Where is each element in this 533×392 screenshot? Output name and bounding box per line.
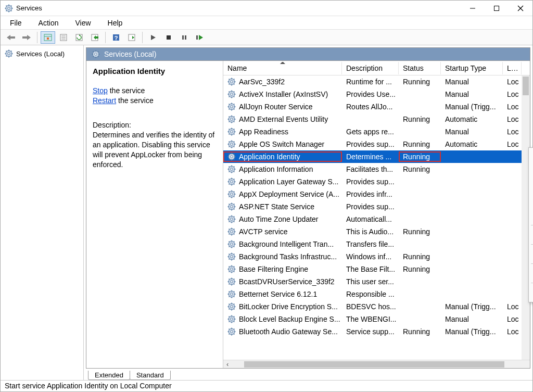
column-logon-as[interactable]: Log xyxy=(503,62,522,74)
context-menu: Start Stop Pause Resume Restart All Task… xyxy=(528,147,533,302)
tab-extended[interactable]: Extended xyxy=(88,371,130,380)
service-icon xyxy=(227,215,236,223)
tree-node-services-local[interactable]: Services (Local) xyxy=(1,47,83,60)
horizontal-scrollbar[interactable]: ‹ xyxy=(223,360,530,368)
service-name-text: Application Information xyxy=(239,165,313,173)
service-name-text: Base Filtering Engine xyxy=(239,265,308,273)
cell-status: Running xyxy=(399,164,441,174)
cell-logon xyxy=(503,256,522,258)
ctx-pause[interactable]: Pause xyxy=(529,179,533,194)
service-row[interactable]: App ReadinessGets apps re...ManualLoc xyxy=(223,125,530,138)
service-row[interactable]: AVCTP serviceThis is Audio...Running xyxy=(223,225,530,238)
service-row[interactable]: Betternet Service 6.12.1Responsible ... xyxy=(223,288,530,300)
cell-name: BitLocker Drive Encryption S... xyxy=(223,301,342,312)
restart-service-button[interactable] xyxy=(193,31,207,44)
cell-description: Windows inf... xyxy=(342,251,399,262)
export-button[interactable] xyxy=(87,31,102,44)
service-row[interactable]: BcastDVRUserService_339f2This user ser..… xyxy=(223,275,530,288)
column-status[interactable]: Status xyxy=(399,62,441,74)
cell-startup: Manual (Trigg... xyxy=(441,301,503,312)
service-row[interactable]: AMD External Events UtilityRunningAutoma… xyxy=(223,113,530,125)
service-name-text: Application Layer Gateway S... xyxy=(239,178,338,186)
forward-button[interactable] xyxy=(19,31,34,44)
service-row[interactable]: AllJoyn Router ServiceRoutes AllJo...Man… xyxy=(223,100,530,113)
refresh-button[interactable] xyxy=(72,31,86,44)
service-row[interactable]: Base Filtering EngineThe Base Filt...Run… xyxy=(223,263,530,275)
help-button[interactable]: ? xyxy=(109,31,123,44)
ctx-restart[interactable]: Restart xyxy=(529,208,533,223)
ctx-start[interactable]: Start xyxy=(529,150,533,165)
service-icon xyxy=(227,290,236,298)
svg-rect-18 xyxy=(47,37,49,40)
properties-button[interactable] xyxy=(56,31,71,44)
service-row[interactable]: Background Tasks Infrastruc...Windows in… xyxy=(223,250,530,263)
service-row[interactable]: BitLocker Drive Encryption S...BDESVC ho… xyxy=(223,300,530,313)
ctx-help[interactable]: Help xyxy=(529,285,533,300)
service-icon xyxy=(227,315,236,323)
menu-file[interactable]: File xyxy=(7,18,25,28)
stop-suffix: the service xyxy=(108,86,145,95)
window-title: Services xyxy=(16,4,461,12)
ctx-stop[interactable]: Stop xyxy=(529,165,533,179)
service-row[interactable]: Application InformationFacilitates th...… xyxy=(223,163,530,175)
column-name[interactable]: Name xyxy=(223,62,342,74)
cell-startup xyxy=(441,218,503,220)
cell-name: App Readiness xyxy=(223,127,342,137)
cell-status xyxy=(399,293,441,295)
menu-action[interactable]: Action xyxy=(35,18,62,28)
show-hide-tree-button[interactable] xyxy=(41,31,55,44)
pause-service-button[interactable] xyxy=(177,31,192,44)
service-row[interactable]: AarSvc_339f2Runtime for ...RunningManual… xyxy=(223,75,530,88)
cell-logon: Loc xyxy=(503,326,522,337)
cell-name: AVCTP service xyxy=(223,226,342,237)
service-row[interactable]: ASP.NET State ServiceProvides sup... xyxy=(223,200,530,213)
cell-name: AllJoyn Router Service xyxy=(223,102,342,112)
service-row[interactable]: Bluetooth Audio Gateway Se...Service sup… xyxy=(223,325,530,338)
ctx-properties[interactable]: Properties xyxy=(529,266,533,281)
service-row[interactable]: Application Layer Gateway S...Provides s… xyxy=(223,175,530,188)
cell-startup xyxy=(441,181,503,183)
cell-status: Running xyxy=(399,139,441,149)
service-icon xyxy=(227,115,236,123)
menu-help[interactable]: Help xyxy=(105,18,126,28)
back-button[interactable] xyxy=(4,31,18,44)
column-startup-type[interactable]: Startup Type xyxy=(441,62,503,74)
minimize-button[interactable] xyxy=(461,1,485,16)
stop-service-link[interactable]: Stop xyxy=(93,86,108,95)
menu-view[interactable]: View xyxy=(72,18,94,28)
service-name-text: AppX Deployment Service (A... xyxy=(239,190,339,198)
start-service-button[interactable] xyxy=(146,31,160,44)
cell-name: ASP.NET State Service xyxy=(223,201,342,212)
ctx-all-tasks[interactable]: All Tasks xyxy=(529,227,533,242)
service-row[interactable]: Background Intelligent Tran...Transfers … xyxy=(223,238,530,250)
service-row[interactable]: Application IdentityDetermines ...Runnin… xyxy=(223,150,530,163)
ctx-resume[interactable]: Resume xyxy=(529,194,533,208)
cell-status xyxy=(399,306,441,308)
column-description[interactable]: Description xyxy=(342,62,399,74)
restart-suffix: the service xyxy=(116,96,154,105)
action-button[interactable] xyxy=(124,31,139,44)
service-row[interactable]: Apple OS Switch ManagerProvides sup...Ru… xyxy=(223,138,530,150)
cell-name: AMD External Events Utility xyxy=(223,114,342,124)
cell-name: ActiveX Installer (AxInstSV) xyxy=(223,89,342,99)
close-button[interactable] xyxy=(509,1,532,16)
status-text: Start service Application Identity on Lo… xyxy=(5,382,172,390)
services-icon xyxy=(5,49,13,58)
cell-description: Routes AllJo... xyxy=(342,102,399,112)
service-row[interactable]: Block Level Backup Engine S...The WBENGI… xyxy=(223,313,530,325)
service-row[interactable]: ActiveX Installer (AxInstSV)Provides Use… xyxy=(223,88,530,100)
restart-service-link[interactable]: Restart xyxy=(93,96,116,105)
cell-status xyxy=(399,218,441,220)
service-row[interactable]: AppX Deployment Service (A...Provides in… xyxy=(223,188,530,200)
right-pane: Services (Local) Application Identity St… xyxy=(84,45,532,380)
service-name-text: Background Tasks Infrastruc... xyxy=(239,252,337,261)
ctx-refresh[interactable]: Refresh xyxy=(529,247,533,261)
cell-description: Transfers file... xyxy=(342,239,399,249)
maximize-button[interactable] xyxy=(485,1,509,16)
stop-service-button[interactable] xyxy=(161,31,176,44)
service-row[interactable]: Auto Time Zone UpdaterAutomaticall... xyxy=(223,213,530,225)
service-icon xyxy=(227,153,236,161)
detail-pane: Application Identity Stop the service Re… xyxy=(86,61,223,368)
tab-standard[interactable]: Standard xyxy=(130,371,171,380)
cell-description: Service supp... xyxy=(342,326,399,337)
